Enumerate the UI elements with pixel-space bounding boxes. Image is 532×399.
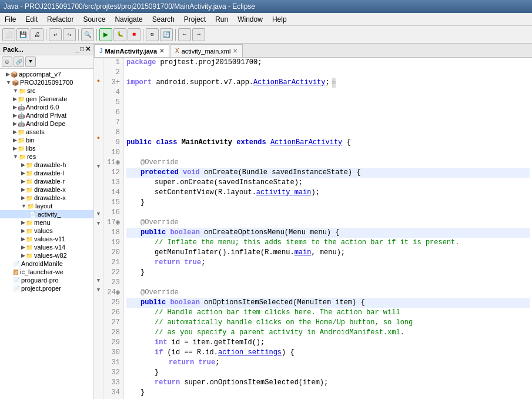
code-line-6: [126, 108, 530, 118]
menu-search[interactable]: Search: [148, 14, 179, 25]
back-button[interactable]: ←: [178, 28, 191, 41]
tab-activity-xml[interactable]: X activity_main.xml ✕: [170, 44, 243, 57]
package-explorer-header: Pack... _ □ ✕: [0, 44, 93, 55]
collapse-24[interactable]: ▼: [97, 278, 100, 284]
collapse-25[interactable]: ▼: [97, 287, 100, 293]
code-line-22: }: [126, 268, 530, 278]
undo-button[interactable]: ↩: [49, 28, 62, 41]
refresh-button[interactable]: 🔄: [160, 28, 173, 41]
menu-window[interactable]: Window: [233, 14, 267, 25]
tree-item-values-w82[interactable]: ▶ 📁 values-w82: [0, 251, 93, 260]
collapse-17[interactable]: ▼: [97, 211, 100, 217]
tab-mainactivity[interactable]: J MainActivity.java ✕: [94, 44, 169, 57]
code-editor[interactable]: ● ● ▼: [94, 58, 532, 399]
gutter-31: [94, 342, 103, 351]
tree-item-android-depe[interactable]: ▶ 🤖 Android Depe: [0, 119, 93, 128]
ln-16: 16: [107, 208, 120, 218]
save-button[interactable]: 💾: [16, 28, 29, 41]
tree-item-gen[interactable]: ▶ 📁 gen [Generate: [0, 95, 93, 103]
tree-item-ic-launcher[interactable]: 🖼 ic_launcher-we: [0, 268, 93, 276]
gutter-27: [94, 304, 103, 314]
gutter-10: [94, 143, 103, 152]
gutter-24[interactable]: ▼: [94, 276, 103, 285]
print-button[interactable]: 🖨: [31, 28, 44, 41]
xml-icon: X: [175, 48, 179, 54]
menu-navigate[interactable]: Navigate: [110, 14, 147, 25]
gutter-25[interactable]: ▼: [94, 285, 103, 295]
code-line-4: [126, 88, 530, 98]
code-line-5: [126, 98, 530, 108]
menu-edit[interactable]: Edit: [21, 14, 42, 25]
menu-file[interactable]: File: [0, 14, 21, 25]
tree-item-appcompat[interactable]: ▶ 📦 appcompat_v7: [0, 70, 93, 78]
code-line-29: int id = item.getItemId();: [126, 338, 530, 348]
tree-item-menu[interactable]: ▶ 📁 menu: [0, 218, 93, 227]
tree-item-drawable-h[interactable]: ▶ 📁 drawable-h: [0, 161, 93, 169]
tree-item-drawable-r[interactable]: ▶ 📁 drawable-r: [0, 177, 93, 185]
tree-item-values-v11[interactable]: ▶ 📁 values-v11: [0, 235, 93, 243]
code-line-9: public class MainActivity extends Action…: [126, 138, 530, 148]
tree-item-proguard[interactable]: 📄 proguard-pro: [0, 276, 93, 284]
gutter-26: [94, 295, 103, 304]
close-icon[interactable]: ✕: [85, 45, 91, 53]
tree-item-layout[interactable]: ▼ 📁 layout: [0, 202, 93, 210]
redo-button[interactable]: ↪: [63, 28, 76, 41]
gutter-17[interactable]: ▼: [94, 210, 103, 219]
menu-source[interactable]: Source: [78, 14, 110, 25]
tree-item-proj[interactable]: ▼ 📦 PROJ2015091700: [0, 78, 93, 87]
gutter-23: [94, 266, 103, 275]
ln-31: 31: [107, 358, 120, 368]
tree-item-android60[interactable]: ▶ 🤖 Android 6.0: [0, 103, 93, 111]
ln-12: 12: [107, 168, 120, 178]
tree-item-assets[interactable]: ▶ 📁 assets: [0, 128, 93, 136]
tree-item-bin[interactable]: ▶ 📁 bin: [0, 136, 93, 144]
stop-button[interactable]: ■: [128, 28, 140, 41]
tree-item-drawable-x1[interactable]: ▶ 📁 drawable-x: [0, 185, 93, 194]
menu-run[interactable]: Run: [210, 14, 233, 25]
new-button[interactable]: ⬜: [2, 28, 15, 41]
bookmark-icon: ●: [97, 78, 100, 84]
tree-item-androidmanifest[interactable]: 📄 AndroidManife: [0, 260, 93, 268]
gutter-12[interactable]: ▼: [94, 162, 103, 171]
menu-project[interactable]: Project: [179, 14, 210, 25]
menu-refactor[interactable]: Refactor: [42, 14, 78, 25]
forward-button[interactable]: →: [192, 28, 205, 41]
ln-1: 1: [107, 58, 120, 68]
ln-5: 5: [107, 98, 120, 108]
collapse-12[interactable]: ▼: [97, 164, 100, 169]
code-line-28: // as you specify a parent activity in A…: [126, 328, 530, 338]
collapse-18[interactable]: ▼: [97, 221, 100, 227]
maximize-icon[interactable]: □: [80, 45, 84, 53]
tree-item-drawable-l[interactable]: ▶ 📁 drawable-l: [0, 169, 93, 177]
search-button[interactable]: 🔍: [81, 28, 94, 41]
tree-item-values-v14[interactable]: ▶ 📁 values-v14: [0, 243, 93, 251]
explorer-menu-button[interactable]: ▼: [25, 56, 36, 67]
tree-item-values[interactable]: ▶ 📁 values: [0, 227, 93, 235]
tree-item-android-private[interactable]: ▶ 🤖 Android Privat: [0, 111, 93, 119]
minimize-icon[interactable]: _: [75, 45, 79, 53]
tree-item-libs[interactable]: ▶ 📁 libs: [0, 144, 93, 152]
collapse-all-button[interactable]: ⊟: [2, 56, 12, 67]
tab-close-mainactivity[interactable]: ✕: [159, 48, 164, 54]
tree-item-src[interactable]: ▼ 📁 src: [0, 87, 93, 95]
debug-button[interactable]: 🐛: [113, 28, 126, 41]
code-content[interactable]: package projtest.proj2015091700; import …: [124, 58, 532, 399]
run-button[interactable]: ▶: [99, 28, 112, 41]
tab-close-activity-xml[interactable]: ✕: [233, 48, 237, 54]
package-explorer-tree: ▶ 📦 appcompat_v7 ▼ 📦 PROJ2015091700 ▼ 📁 …: [0, 69, 93, 399]
gutter-8: [94, 124, 103, 134]
gutter-30: [94, 332, 103, 342]
tree-item-project-prop[interactable]: 📄 project.proper: [0, 284, 93, 292]
tree-item-res[interactable]: ▼ 📁 res: [0, 152, 93, 161]
gutter-18[interactable]: ▼: [94, 219, 103, 228]
gutter-20: [94, 238, 103, 247]
tree-item-drawable-x2[interactable]: ▶ 📁 drawable-x: [0, 194, 93, 202]
tree-item-activity-xml[interactable]: 📄 activity_: [0, 210, 93, 218]
code-line-15: }: [126, 198, 530, 208]
link-editor-button[interactable]: 🔗: [14, 56, 24, 67]
editor-tabs: J MainActivity.java ✕ X activity_main.xm…: [94, 44, 532, 58]
ln-15: 15: [107, 198, 120, 208]
build-button[interactable]: ⚙: [146, 28, 159, 41]
tab-label-activity-xml: activity_main.xml: [182, 48, 231, 55]
menu-help[interactable]: Help: [267, 14, 292, 25]
